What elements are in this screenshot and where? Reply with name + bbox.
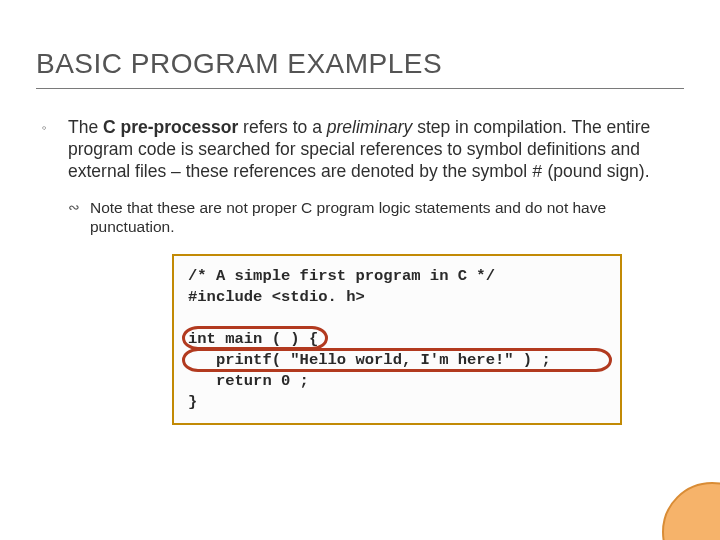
text-run: refers to a <box>238 117 327 137</box>
code-line: return 0 ; <box>188 372 309 390</box>
list-item: ∾ Note that these are not proper C progr… <box>68 198 678 237</box>
tilde-bullet-icon: ∾ <box>68 198 90 237</box>
text-run-bold: C pre-processor <box>103 117 238 137</box>
page-title: BASIC PROGRAM EXAMPLES <box>36 48 684 89</box>
ring-bullet-icon: ◦ <box>42 117 68 184</box>
bullet-text: The C pre-processor refers to a prelimin… <box>68 117 678 184</box>
text-run-mono: # <box>532 162 543 182</box>
slide-body: ◦ The C pre-processor refers to a prelim… <box>36 117 684 425</box>
code-line: } <box>188 393 197 411</box>
text-run-italic: preliminary <box>327 117 413 137</box>
code-sample-container: /* A simple first program in C */ #inclu… <box>172 254 622 424</box>
text-run: (pound sign). <box>543 161 650 181</box>
code-line: int main ( ) { <box>188 330 318 348</box>
decorative-circle-icon <box>662 482 720 540</box>
slide: BASIC PROGRAM EXAMPLES ◦ The C pre-proce… <box>0 0 720 540</box>
code-line: #include <stdio. h> <box>188 288 365 306</box>
code-sample: /* A simple first program in C */ #inclu… <box>172 254 622 424</box>
code-line: printf( "Hello world, I'm here!" ) ; <box>188 351 551 369</box>
list-item: ◦ The C pre-processor refers to a prelim… <box>42 117 678 184</box>
text-run: The <box>68 117 103 137</box>
bullet-text: Note that these are not proper C program… <box>90 198 678 237</box>
code-line: /* A simple first program in C */ <box>188 267 495 285</box>
